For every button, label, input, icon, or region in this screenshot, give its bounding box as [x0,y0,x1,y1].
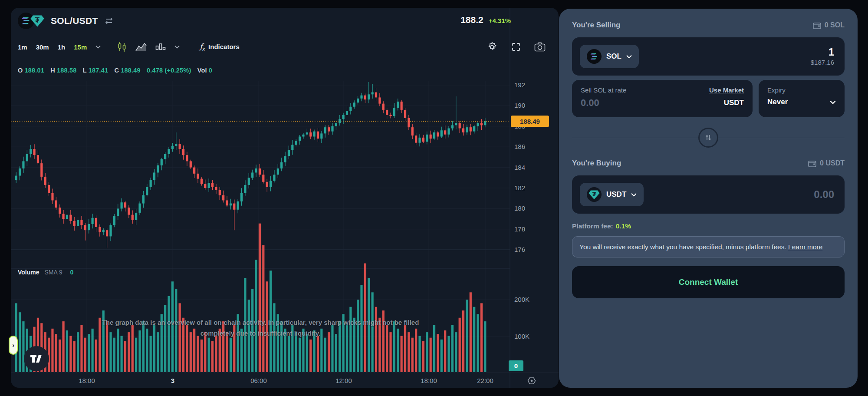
screenshot-camera-icon[interactable] [534,42,546,52]
indicators-button[interactable]: ƒx Indicators [200,42,239,52]
svg-text:18:00: 18:00 [79,377,95,384]
swap-direction-button[interactable] [698,128,718,148]
usdt-balance: 0 USDT [808,159,845,167]
app-root: 192190188186184182180178176200K100K18:00… [0,0,868,396]
buy-token-selector[interactable]: ₮ USDT [580,183,644,206]
close-value: 188.49 [121,67,141,74]
pair-title: SOL/USDT [51,16,98,26]
fx-icon: ƒx [200,42,205,52]
last-price-value: 188.2 [460,15,483,25]
arrows-up-down-icon [704,134,712,142]
toolbar: 1m 30m 1h 15m [18,39,240,55]
volume-value: 0 [209,67,212,74]
rate-card: Sell SOL at rate Use Market 0.00 USDT [572,80,753,117]
svg-text:190: 190 [514,102,525,109]
buy-amount-input[interactable]: 0.00 [814,188,834,201]
svg-text:22:00: 22:00 [477,377,493,384]
buying-section-title: You're Buying [572,159,621,168]
svg-text:100K: 100K [514,333,529,340]
expiry-label: Expiry [767,86,786,94]
chevron-down-icon [631,193,637,197]
svg-text:0: 0 [514,362,518,370]
area-chart-style-icon[interactable] [135,42,147,52]
pane-expand-toggle[interactable]: › [9,336,18,355]
bar-chart-style-icon[interactable] [155,42,166,52]
chart-canvas[interactable]: 192190188186184182180178176200K100K18:00… [11,8,559,388]
svg-text:200K: 200K [514,296,529,303]
receive-notice: You will receive exactly what you have s… [572,236,845,257]
selling-section-title: You're Selling [572,21,620,30]
sell-amount-usd: $187.16 [811,59,834,66]
selling-amount-card: SOL 1 $187.16 [572,37,845,76]
svg-text:₮: ₮ [35,16,40,24]
svg-text:06:00: 06:00 [250,377,267,384]
usdt-token-icon: ₮ [587,187,602,202]
candlestick-style-icon[interactable] [117,42,127,52]
svg-text:186: 186 [514,143,525,150]
chart-header-icons [487,39,546,55]
svg-text:180: 180 [514,205,525,212]
chevron-down-icon [830,100,836,104]
low-value: 187.41 [89,67,108,74]
sol-balance: 0 SOL [813,21,845,29]
rate-input[interactable]: 0.00 [581,97,599,109]
svg-text:192: 192 [514,81,525,89]
sell-token-symbol: SOL [606,52,621,61]
buying-amount-card: ₮ USDT 0.00 [572,175,845,214]
svg-text:18:00: 18:00 [421,377,437,384]
svg-text:184: 184 [514,164,525,171]
pair-header: ₮ SOL/USDT [18,12,114,30]
fullscreen-icon[interactable] [511,42,521,52]
change-value: 0.478 (+0.25%) [147,67,191,74]
fee-value: 0.1% [616,222,631,230]
timezone-settings-icon[interactable] [526,376,537,388]
timeframe-1m[interactable]: 1m [18,43,27,51]
high-value: 188.58 [57,67,77,74]
chart-settings-gear-icon[interactable] [487,41,498,53]
limit-order-panel: You're Selling 0 SOL [559,9,858,388]
platform-fee-row: Platform fee:0.1% [572,222,845,230]
rate-label: Sell SOL at rate [581,86,626,94]
chart-style-chevron-down-icon[interactable] [174,45,180,49]
svg-text:3: 3 [171,377,174,384]
sell-token-selector[interactable]: SOL [580,45,639,68]
timeframe-1h[interactable]: 1h [58,43,66,51]
buy-token-symbol: USDT [606,190,626,199]
chevron-down-icon [626,55,632,59]
connect-wallet-button[interactable]: Connect Wallet [572,266,845,298]
rate-unit: USDT [724,99,744,107]
tradingview-logo[interactable] [24,346,49,371]
open-value: 188.01 [24,67,44,74]
svg-text:182: 182 [514,184,525,191]
timeframe-chevron-down-icon[interactable] [95,45,101,49]
timeframe-30m[interactable]: 30m [36,43,49,51]
ohlc-legend: O188.01 H188.58 L187.41 C188.49 0.478 (+… [18,67,214,74]
swap-pair-icon[interactable] [104,17,114,24]
learn-more-link[interactable]: Learn more [788,243,822,251]
svg-text:12:00: 12:00 [335,377,352,384]
expiry-select[interactable]: Expiry Never [759,80,845,117]
use-market-link[interactable]: Use Market [709,86,744,94]
volume-legend: Volume SMA 9 0 [18,269,73,276]
sol-token-icon [587,49,602,64]
wallet-icon [813,22,821,29]
expiry-value: Never [767,98,788,106]
swap-direction-divider [572,117,845,158]
svg-text:188.49: 188.49 [520,118,540,125]
wallet-icon [808,160,816,167]
pair-token-logos: ₮ [18,12,46,30]
svg-text:₮: ₮ [592,191,596,198]
chart-panel: 192190188186184182180178176200K100K18:00… [11,8,559,388]
last-price-display: 188.2 +4.31% [460,15,511,25]
timeframe-15m-active[interactable]: 15m [74,43,87,51]
sell-amount-input[interactable]: 1 [829,47,834,57]
usdt-token-icon: ₮ [29,13,46,29]
svg-text:178: 178 [514,225,525,233]
price-change-percent: +4.31% [489,17,511,24]
svg-text:176: 176 [514,246,525,253]
